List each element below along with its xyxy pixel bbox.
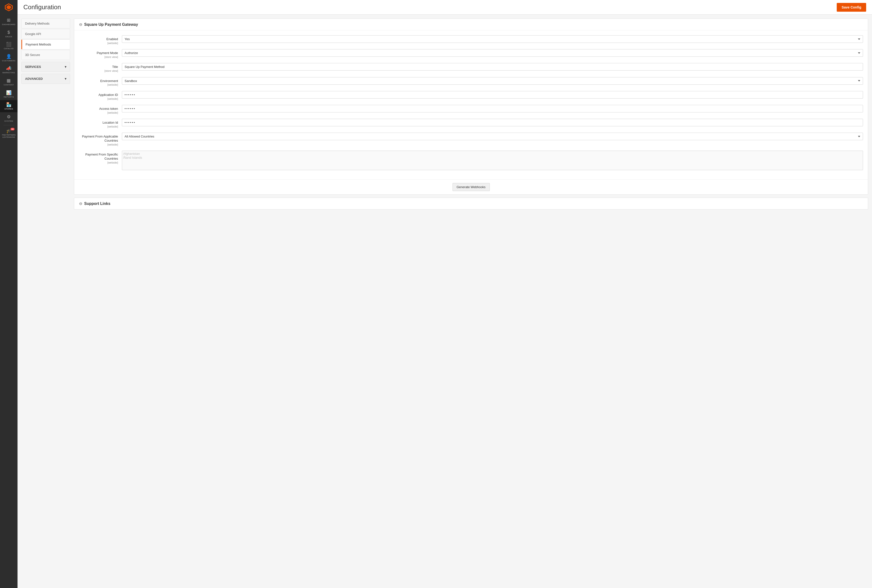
title-input[interactable]	[122, 63, 863, 70]
label-payment-mode: Payment Mode [store view]	[79, 49, 118, 58]
control-location-id	[122, 119, 863, 126]
field-application-id: Application ID [website]	[79, 91, 863, 100]
page-title: Configuration	[23, 3, 61, 11]
sidebar-logo[interactable]	[0, 0, 18, 15]
chevron-down-icon: ▾	[65, 77, 66, 81]
customers-icon: 👤	[6, 54, 12, 58]
sub-nav-section-advanced[interactable]: ADVANCED ▾	[21, 74, 70, 84]
sidebar-item-label: CONTENT	[4, 84, 14, 86]
sub-nav-section-services[interactable]: SERVICES ▾	[21, 62, 70, 72]
sidebar-item-label: DASHBOARD	[2, 23, 15, 26]
sidebar-item-label: CATALOG	[4, 48, 14, 50]
label-access-token: Access token [website]	[79, 105, 118, 114]
sidebar-item-label: SALES	[5, 36, 12, 38]
field-location-id: Location Id [website]	[79, 119, 863, 128]
sidebar-item-reports[interactable]: 📊 REPORTS	[0, 88, 18, 100]
label-application-id: Application ID [website]	[79, 91, 118, 100]
field-enabled: Enabled [website] Yes No	[79, 35, 863, 45]
sidebar-item-sales[interactable]: $ SALES	[0, 28, 18, 40]
label-payment-countries: Payment From Applicable Countries [websi…	[79, 133, 118, 146]
field-payment-countries: Payment From Applicable Countries [websi…	[79, 133, 863, 146]
app-wrapper: ⊞ DASHBOARD $ SALES ⬛ CATALOG 👤 CUSTOMER…	[0, 0, 872, 588]
chevron-down-icon: ▾	[65, 65, 66, 69]
field-specific-countries: Payment From Specific Countries [website…	[79, 151, 863, 170]
sub-nav-google-api[interactable]: Google API	[21, 29, 70, 39]
sidebar-item-system[interactable]: ⚙ SYSTEM	[0, 112, 18, 124]
gateway-section-footer: Generate Webhooks	[74, 179, 868, 195]
sidebar-item-marketing[interactable]: 📣 MARKETING	[0, 64, 18, 76]
sidebar-item-label: MARKETING	[2, 72, 15, 74]
gateway-section-body: Enabled [website] Yes No	[74, 30, 868, 179]
field-access-token: Access token [website]	[79, 105, 863, 114]
control-payment-countries: All Allowed Countries Specific Countries	[122, 133, 863, 140]
sub-nav-delivery-methods[interactable]: Delivery Methods	[21, 18, 70, 28]
reports-icon: 📊	[6, 90, 12, 95]
sidebar-item-label: CUSTOMERS	[2, 60, 15, 62]
save-config-button[interactable]: Save Config	[837, 3, 866, 12]
stores-icon: 🏪	[6, 102, 12, 107]
label-title: Title [store view]	[79, 63, 118, 72]
support-section-header[interactable]: ⊖ Support Links	[74, 198, 868, 209]
gateway-section: ⊖ Square Up Payment Gateway Enabled [web…	[74, 18, 868, 195]
sidebar-item-content[interactable]: ▦ CONTENT	[0, 76, 18, 88]
control-access-token	[122, 105, 863, 112]
field-title: Title [store view]	[79, 63, 863, 72]
control-application-id	[122, 91, 863, 99]
specific-countries-select[interactable]: Afghanistan Åland Islands	[122, 151, 863, 170]
control-title	[122, 63, 863, 70]
sub-nav-3d-secure[interactable]: 3D Secure	[21, 50, 70, 60]
control-specific-countries: Afghanistan Åland Islands	[122, 151, 863, 170]
dashboard-icon: ⊞	[7, 18, 11, 22]
main-panel: ⊖ Square Up Payment Gateway Enabled [web…	[74, 18, 868, 584]
sidebar-item-label: FIND PARTNERS& EXTENSIONS	[2, 134, 16, 138]
control-payment-mode: Authorize Authorize and Capture	[122, 49, 863, 57]
sidebar-item-dashboard[interactable]: ⊞ DASHBOARD	[0, 16, 18, 28]
content-icon: ▦	[7, 78, 11, 83]
gateway-section-title: Square Up Payment Gateway	[84, 22, 138, 27]
payment-mode-select[interactable]: Authorize Authorize and Capture	[122, 49, 863, 57]
sidebar-item-label: SYSTEM	[4, 120, 13, 122]
collapse-icon: ⊖	[79, 22, 82, 27]
payment-countries-select[interactable]: All Allowed Countries Specific Countries	[122, 133, 863, 140]
location-id-input[interactable]	[122, 119, 863, 126]
field-environment: Environment [website] Sandbox Production	[79, 77, 863, 87]
marketing-icon: 📣	[6, 66, 12, 70]
sidebar-item-customers[interactable]: 👤 CUSTOMERS	[0, 52, 18, 64]
field-payment-mode: Payment Mode [store view] Authorize Auth…	[79, 49, 863, 58]
environment-select[interactable]: Sandbox Production	[122, 77, 863, 85]
collapse-icon: ⊖	[79, 201, 82, 206]
extensions-badge: 66	[10, 128, 15, 130]
control-enabled: Yes No	[122, 35, 863, 43]
access-token-input[interactable]	[122, 105, 863, 112]
sidebar-item-label: REPORTS	[4, 96, 14, 98]
generate-webhooks-button[interactable]: Generate Webhooks	[452, 183, 490, 191]
sidebar-item-extensions[interactable]: 66 🎓 FIND PARTNERS& EXTENSIONS	[0, 126, 18, 140]
sales-icon: $	[7, 30, 10, 34]
support-section: ⊖ Support Links	[74, 198, 868, 210]
control-environment: Sandbox Production	[122, 77, 863, 85]
support-section-title: Support Links	[84, 201, 111, 206]
label-specific-countries: Payment From Specific Countries [website…	[79, 151, 118, 164]
enabled-select[interactable]: Yes No	[122, 35, 863, 43]
label-enabled: Enabled [website]	[79, 35, 118, 45]
label-location-id: Location Id [website]	[79, 119, 118, 128]
sub-nav-payment-methods[interactable]: Payment Methods	[21, 39, 70, 50]
content-body: Delivery Methods Google API Payment Meth…	[18, 15, 872, 588]
top-bar: Configuration Save Config	[18, 0, 872, 15]
gateway-section-header[interactable]: ⊖ Square Up Payment Gateway	[74, 19, 868, 30]
sidebar-item-label: STORES	[4, 108, 13, 110]
sidebar: ⊞ DASHBOARD $ SALES ⬛ CATALOG 👤 CUSTOMER…	[0, 0, 18, 588]
label-environment: Environment [website]	[79, 77, 118, 87]
catalog-icon: ⬛	[6, 42, 12, 46]
application-id-input[interactable]	[122, 91, 863, 99]
system-icon: ⚙	[7, 115, 11, 119]
main-area: Configuration Save Config Delivery Metho…	[18, 0, 872, 588]
sub-nav: Delivery Methods Google API Payment Meth…	[21, 18, 70, 584]
sidebar-item-catalog[interactable]: ⬛ CATALOG	[0, 40, 18, 52]
sidebar-item-stores[interactable]: 🏪 STORES	[0, 100, 18, 112]
